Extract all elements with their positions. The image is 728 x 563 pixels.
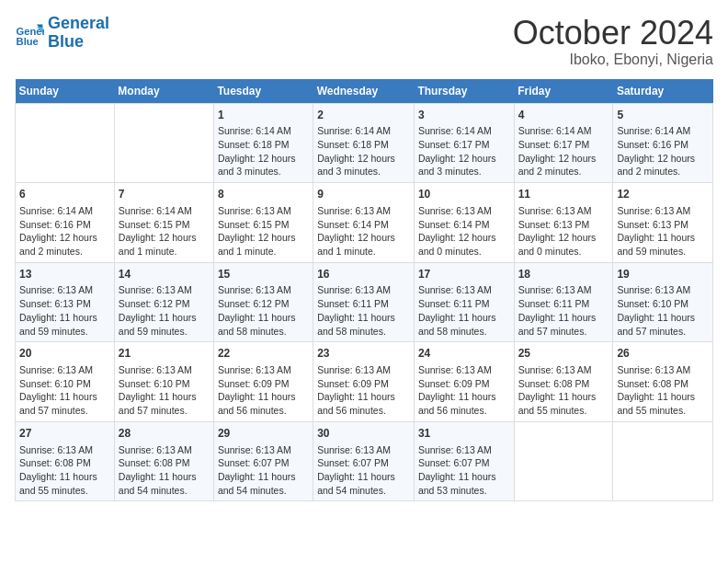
day-info: Sunrise: 6:14 AM [317, 124, 410, 138]
calendar-cell: 28Sunrise: 6:13 AMSunset: 6:08 PMDayligh… [114, 421, 213, 501]
day-info: Sunrise: 6:13 AM [418, 283, 510, 297]
day-number: 26 [617, 346, 709, 362]
day-info: Sunrise: 6:13 AM [518, 363, 609, 377]
day-info: Daylight: 11 hours and 54 minutes. [119, 470, 210, 497]
day-info: Sunrise: 6:13 AM [418, 204, 510, 218]
calendar-cell [114, 103, 213, 183]
day-info: Sunset: 6:13 PM [19, 297, 110, 311]
calendar-cell: 1Sunrise: 6:14 AMSunset: 6:18 PMDaylight… [213, 103, 313, 183]
day-number: 5 [617, 108, 709, 123]
day-info: Sunrise: 6:13 AM [19, 363, 110, 377]
day-number: 17 [418, 267, 510, 282]
calendar-cell: 27Sunrise: 6:13 AMSunset: 6:08 PMDayligh… [16, 421, 115, 501]
day-info: Sunset: 6:12 PM [119, 297, 210, 311]
day-info: Daylight: 11 hours and 55 minutes. [617, 390, 709, 417]
day-number: 21 [119, 346, 210, 362]
day-info: Sunset: 6:11 PM [418, 297, 510, 311]
calendar-cell: 22Sunrise: 6:13 AMSunset: 6:09 PMDayligh… [213, 342, 313, 422]
day-info: Sunset: 6:10 PM [119, 377, 210, 391]
calendar-cell: 31Sunrise: 6:13 AMSunset: 6:07 PMDayligh… [414, 421, 514, 501]
day-info: Sunrise: 6:13 AM [218, 283, 309, 297]
calendar-cell: 9Sunrise: 6:13 AMSunset: 6:14 PMDaylight… [313, 183, 415, 263]
day-info: Sunset: 6:18 PM [317, 138, 410, 152]
day-info: Sunrise: 6:13 AM [119, 443, 210, 457]
day-number: 20 [19, 346, 110, 362]
day-header-sunday: Sunday [16, 79, 115, 104]
day-number: 29 [218, 426, 309, 442]
calendar-week-5: 27Sunrise: 6:13 AMSunset: 6:08 PMDayligh… [16, 421, 713, 501]
day-info: Sunrise: 6:14 AM [418, 124, 510, 138]
calendar-title: October 2024 [513, 15, 713, 52]
day-info: Sunset: 6:09 PM [418, 377, 510, 391]
calendar-week-1: 1Sunrise: 6:14 AMSunset: 6:18 PMDaylight… [16, 103, 713, 183]
calendar-cell: 10Sunrise: 6:13 AMSunset: 6:14 PMDayligh… [414, 183, 514, 263]
day-info: Sunset: 6:08 PM [119, 456, 210, 470]
day-info: Daylight: 12 hours and 1 minute. [218, 231, 309, 258]
calendar-week-4: 20Sunrise: 6:13 AMSunset: 6:10 PMDayligh… [16, 342, 713, 422]
day-number: 14 [119, 267, 210, 282]
calendar-cell: 5Sunrise: 6:14 AMSunset: 6:16 PMDaylight… [613, 103, 713, 183]
day-info: Sunrise: 6:13 AM [317, 283, 410, 297]
day-info: Sunrise: 6:13 AM [617, 363, 709, 377]
calendar-cell: 17Sunrise: 6:13 AMSunset: 6:11 PMDayligh… [414, 262, 514, 342]
day-header-wednesday: Wednesday [313, 79, 415, 104]
day-number: 25 [518, 346, 609, 362]
day-info: Sunrise: 6:13 AM [317, 363, 410, 377]
day-info: Daylight: 11 hours and 59 minutes. [119, 311, 210, 338]
day-info: Sunrise: 6:13 AM [418, 363, 510, 377]
calendar-cell: 26Sunrise: 6:13 AMSunset: 6:08 PMDayligh… [613, 342, 713, 422]
calendar-cell [514, 421, 613, 501]
day-info: Daylight: 11 hours and 55 minutes. [518, 390, 609, 417]
day-number: 30 [317, 426, 410, 442]
day-info: Daylight: 11 hours and 57 minutes. [19, 390, 110, 417]
calendar-cell: 11Sunrise: 6:13 AMSunset: 6:13 PMDayligh… [514, 183, 613, 263]
calendar-cell: 13Sunrise: 6:13 AMSunset: 6:13 PMDayligh… [16, 262, 115, 342]
day-info: Sunset: 6:18 PM [218, 138, 309, 152]
day-info: Sunrise: 6:13 AM [218, 443, 309, 457]
day-info: Sunset: 6:09 PM [317, 377, 410, 391]
day-info: Sunrise: 6:13 AM [19, 283, 110, 297]
day-info: Sunrise: 6:13 AM [518, 204, 609, 218]
day-number: 24 [418, 346, 510, 362]
day-number: 6 [19, 187, 110, 202]
calendar-cell: 25Sunrise: 6:13 AMSunset: 6:08 PMDayligh… [514, 342, 613, 422]
day-info: Daylight: 11 hours and 55 minutes. [19, 470, 110, 497]
calendar-cell: 7Sunrise: 6:14 AMSunset: 6:15 PMDaylight… [114, 183, 213, 263]
day-info: Daylight: 11 hours and 58 minutes. [218, 311, 309, 338]
day-number: 3 [418, 108, 510, 123]
day-info: Daylight: 11 hours and 56 minutes. [317, 390, 410, 417]
day-info: Daylight: 12 hours and 2 minutes. [617, 152, 709, 178]
calendar-cell: 24Sunrise: 6:13 AMSunset: 6:09 PMDayligh… [414, 342, 514, 422]
calendar-subtitle: Iboko, Ebonyi, Nigeria [513, 52, 713, 68]
day-number: 8 [218, 187, 309, 202]
day-info: Sunset: 6:13 PM [518, 218, 609, 232]
day-info: Sunrise: 6:13 AM [218, 204, 309, 218]
calendar-cell [16, 103, 115, 183]
day-info: Daylight: 12 hours and 3 minutes. [218, 152, 309, 178]
day-info: Sunrise: 6:13 AM [317, 204, 410, 218]
calendar-cell: 12Sunrise: 6:13 AMSunset: 6:13 PMDayligh… [613, 183, 713, 263]
day-number: 18 [518, 267, 609, 282]
day-info: Daylight: 11 hours and 56 minutes. [218, 390, 309, 417]
day-info: Sunrise: 6:13 AM [119, 363, 210, 377]
day-info: Sunrise: 6:13 AM [418, 443, 510, 457]
day-info: Sunset: 6:14 PM [317, 218, 410, 232]
calendar-cell: 14Sunrise: 6:13 AMSunset: 6:12 PMDayligh… [114, 262, 213, 342]
day-info: Daylight: 11 hours and 57 minutes. [617, 311, 709, 338]
day-header-tuesday: Tuesday [213, 79, 313, 104]
day-number: 2 [317, 108, 410, 123]
day-info: Sunset: 6:11 PM [317, 297, 410, 311]
day-info: Daylight: 11 hours and 54 minutes. [317, 470, 410, 497]
day-info: Sunset: 6:08 PM [518, 377, 609, 391]
day-info: Daylight: 11 hours and 59 minutes. [617, 231, 709, 258]
calendar-cell: 20Sunrise: 6:13 AMSunset: 6:10 PMDayligh… [16, 342, 115, 422]
day-number: 31 [418, 426, 510, 442]
calendar-cell [613, 421, 713, 501]
day-number: 4 [518, 108, 609, 123]
day-number: 12 [617, 187, 709, 202]
calendar-table: SundayMondayTuesdayWednesdayThursdayFrid… [15, 79, 713, 502]
svg-text:Blue: Blue [17, 36, 39, 47]
day-info: Daylight: 11 hours and 58 minutes. [317, 311, 410, 338]
day-info: Sunrise: 6:14 AM [518, 124, 609, 138]
calendar-cell: 16Sunrise: 6:13 AMSunset: 6:11 PMDayligh… [313, 262, 415, 342]
